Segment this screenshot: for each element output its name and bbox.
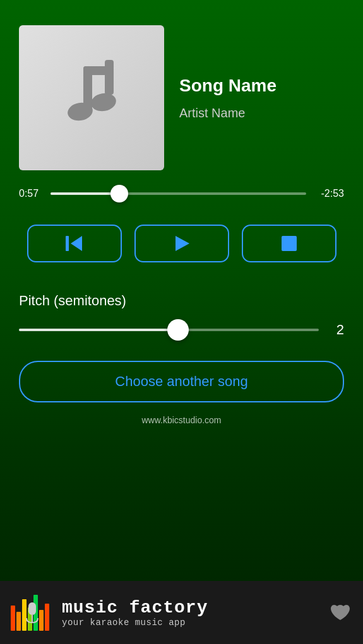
controls-row bbox=[19, 225, 344, 262]
svg-rect-11 bbox=[22, 599, 27, 631]
footer-text-block: music factory your karaoke music app bbox=[62, 598, 208, 628]
svg-point-4 bbox=[90, 91, 117, 114]
pitch-row: 2 bbox=[19, 322, 344, 338]
album-art bbox=[19, 25, 164, 170]
svg-rect-9 bbox=[11, 606, 15, 631]
song-info-row: Song Name Artist Name bbox=[19, 25, 344, 170]
progress-fill bbox=[51, 192, 119, 195]
svg-marker-7 bbox=[176, 236, 189, 251]
prev-icon bbox=[64, 233, 85, 254]
music-note-icon bbox=[51, 60, 133, 136]
pitch-value: 2 bbox=[329, 322, 344, 338]
prev-button[interactable] bbox=[27, 225, 122, 262]
svg-rect-1 bbox=[105, 60, 114, 95]
website-label: www.kbicstudio.com bbox=[19, 415, 344, 425]
song-name: Song Name bbox=[179, 76, 277, 96]
svg-rect-5 bbox=[66, 236, 69, 251]
artist-name: Artist Name bbox=[179, 106, 277, 120]
remaining-time: -2:53 bbox=[314, 188, 344, 199]
choose-another-song-button[interactable]: Choose another song bbox=[19, 361, 344, 402]
song-meta: Song Name Artist Name bbox=[179, 76, 277, 120]
svg-rect-8 bbox=[282, 236, 297, 251]
svg-rect-16 bbox=[28, 602, 36, 615]
footer-bar: music factory your karaoke music app bbox=[0, 581, 363, 644]
progress-thumb[interactable] bbox=[110, 185, 128, 202]
footer-tagline: your karaoke music app bbox=[62, 618, 208, 628]
current-time: 0:57 bbox=[19, 188, 43, 199]
pitch-fill bbox=[19, 329, 178, 331]
svg-rect-14 bbox=[39, 610, 44, 631]
progress-section: 0:57 -2:53 bbox=[19, 188, 344, 199]
pitch-section: Pitch (semitones) 2 bbox=[19, 293, 344, 338]
pitch-track[interactable] bbox=[19, 329, 319, 331]
pitch-thumb[interactable] bbox=[167, 319, 189, 341]
progress-track[interactable] bbox=[51, 192, 306, 195]
apple-icon bbox=[328, 600, 353, 625]
svg-rect-2 bbox=[83, 66, 114, 75]
footer-app-name: music factory bbox=[62, 598, 208, 618]
pitch-label: Pitch (semitones) bbox=[19, 293, 344, 309]
footer-logo-icon bbox=[10, 583, 54, 634]
play-icon bbox=[172, 233, 192, 254]
play-button[interactable] bbox=[134, 225, 229, 262]
svg-rect-15 bbox=[45, 604, 49, 631]
footer-logo bbox=[10, 587, 54, 638]
svg-marker-6 bbox=[71, 236, 82, 251]
stop-button[interactable] bbox=[242, 225, 336, 262]
stop-icon bbox=[279, 233, 299, 254]
svg-rect-10 bbox=[16, 612, 21, 631]
svg-rect-17 bbox=[32, 615, 33, 623]
